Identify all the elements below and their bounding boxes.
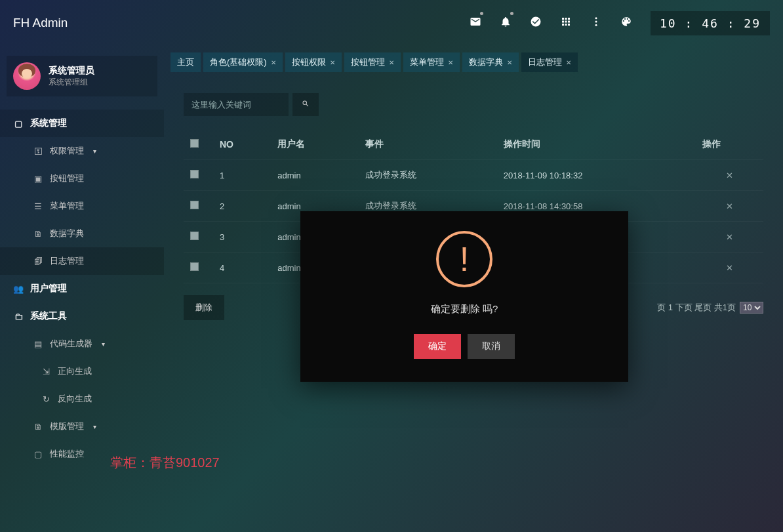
cancel-button[interactable]: 取消 — [468, 334, 515, 359]
row-checkbox[interactable] — [190, 232, 199, 240]
check-circle-icon[interactable] — [530, 16, 542, 31]
tab[interactable]: 日志管理✕ — [521, 52, 578, 72]
sidebar-item-buttons[interactable]: ▣ 按钮管理 — [0, 165, 164, 192]
search-input[interactable] — [184, 93, 289, 116]
apps-icon[interactable] — [560, 16, 572, 31]
chevron-down-icon: ▾ — [93, 423, 96, 430]
row-delete-icon[interactable]: ✕ — [726, 263, 733, 273]
monitor-icon: ▢ — [33, 449, 43, 459]
tab-label: 菜单管理 — [410, 56, 444, 68]
file-icon: 🗎 — [33, 422, 43, 432]
sidebar-item-templates[interactable]: 🗎 模版管理 ▾ — [0, 413, 164, 440]
confirm-button[interactable]: 确定 — [414, 334, 461, 359]
sidebar-label: 反向生成 — [58, 393, 92, 405]
tab-label: 角色(基础权限) — [210, 56, 267, 68]
close-icon[interactable]: ✕ — [566, 59, 571, 66]
palette-icon[interactable] — [620, 16, 632, 31]
key-icon: ⚿ — [33, 146, 43, 156]
close-icon[interactable]: ✕ — [507, 59, 512, 66]
sidebar-item-codegen[interactable]: ▤ 代码生成器 ▾ — [0, 330, 164, 358]
row-delete-icon[interactable]: ✕ — [726, 232, 733, 242]
pager-text[interactable]: 页 1 下页 尾页 共1页 — [657, 302, 736, 314]
tab[interactable]: 数据字典✕ — [462, 52, 519, 72]
sidebar-label: 系统工具 — [30, 310, 67, 322]
tab[interactable]: 菜单管理✕ — [403, 52, 460, 72]
sidebar-label: 权限管理 — [50, 145, 84, 157]
close-icon[interactable]: ✕ — [271, 59, 276, 66]
tab-label: 主页 — [177, 56, 194, 68]
checkbox-all[interactable] — [190, 139, 199, 148]
column-header: 操作 — [696, 129, 763, 160]
cell-no: 2 — [213, 191, 271, 222]
refresh-icon: ↻ — [41, 394, 51, 404]
row-delete-icon[interactable]: ✕ — [726, 171, 733, 180]
header-clock: 10 : 46 : 29 — [651, 11, 770, 35]
tab[interactable]: 主页 — [171, 52, 201, 72]
sidebar-label: 代码生成器 — [50, 338, 92, 350]
close-icon[interactable]: ✕ — [389, 59, 394, 66]
sidebar-label: 按钮管理 — [50, 173, 84, 184]
tab[interactable]: 按钮管理✕ — [344, 52, 401, 72]
page-size-select[interactable]: 10 — [740, 302, 763, 314]
laptop-icon: ▢ — [13, 119, 24, 129]
chevron-down-icon: ▾ — [93, 148, 96, 155]
tab-label: 按钮管理 — [351, 56, 385, 68]
cell-no: 4 — [213, 253, 271, 283]
chevron-down-icon: ▾ — [102, 340, 105, 348]
cell-user: admin — [271, 160, 358, 191]
list-icon: ☰ — [33, 201, 43, 211]
user-card[interactable]: 系统管理员 系统管理组 — [7, 56, 157, 96]
avatar — [13, 62, 41, 90]
column-header: 操作时间 — [497, 129, 696, 160]
tab-label: 日志管理 — [528, 56, 562, 68]
close-icon[interactable]: ✕ — [330, 59, 335, 66]
sidebar-label: 用户管理 — [30, 283, 67, 295]
cell-event: 成功登录系统 — [359, 160, 497, 191]
sidebar-label: 菜单管理 — [50, 200, 84, 212]
sidebar-item-permissions[interactable]: ⚿ 权限管理 ▾ — [0, 137, 164, 165]
sidebar-label: 性能监控 — [50, 448, 84, 460]
warning-icon: ! — [436, 231, 492, 287]
delete-button[interactable]: 删除 — [184, 295, 224, 320]
tab[interactable]: 角色(基础权限)✕ — [203, 52, 283, 72]
mail-icon[interactable] — [470, 16, 481, 31]
search-button[interactable] — [292, 93, 319, 116]
cell-no: 1 — [213, 160, 271, 191]
bell-icon[interactable] — [500, 16, 512, 31]
tab[interactable]: 按钮权限✕ — [285, 52, 342, 72]
sidebar-label: 正向生成 — [58, 365, 92, 377]
arrow-out-icon: ⇲ — [41, 367, 51, 377]
sidebar-label: 模版管理 — [50, 420, 84, 432]
tab-label: 数据字典 — [469, 56, 503, 68]
svg-point-2 — [595, 24, 597, 26]
row-delete-icon[interactable]: ✕ — [726, 201, 733, 211]
briefcase-icon: 🗀 — [13, 312, 24, 321]
sidebar-item-reverse[interactable]: ↻ 反向生成 — [0, 385, 164, 413]
sidebar-item-forward[interactable]: ⇲ 正向生成 — [0, 358, 164, 385]
column-header: 用户名 — [271, 129, 358, 160]
sidebar-section-system[interactable]: ▢ 系统管理 — [0, 110, 164, 137]
close-icon[interactable]: ✕ — [448, 59, 453, 66]
pager: 页 1 下页 尾页 共1页 10 — [657, 302, 763, 314]
row-checkbox[interactable] — [190, 170, 199, 178]
row-checkbox[interactable] — [190, 262, 199, 271]
column-header: 事件 — [359, 129, 497, 160]
user-group: 系统管理组 — [49, 77, 94, 88]
sidebar-label: 系统管理 — [30, 117, 67, 129]
column-header: NO — [213, 129, 271, 160]
svg-point-1 — [595, 20, 597, 22]
user-name: 系统管理员 — [49, 65, 94, 77]
sidebar-item-dict[interactable]: 🗎 数据字典 — [0, 220, 164, 247]
tab-label: 按钮权限 — [292, 56, 326, 68]
sidebar-item-menus[interactable]: ☰ 菜单管理 — [0, 192, 164, 220]
cell-time: 2018-11-09 10:18:32 — [497, 160, 696, 191]
more-vert-icon[interactable] — [590, 16, 602, 31]
sidebar-label: 日志管理 — [50, 255, 84, 267]
sidebar-section-users[interactable]: 👥 用户管理 — [0, 275, 164, 302]
modal-message: 确定要删除 吗? — [431, 303, 498, 316]
row-checkbox[interactable] — [190, 201, 199, 209]
sidebar-item-logs[interactable]: 🗐 日志管理 — [0, 247, 164, 275]
sidebar-section-tools[interactable]: 🗀 系统工具 — [0, 302, 164, 330]
square-icon: ▣ — [33, 174, 43, 184]
sidebar-label: 数据字典 — [50, 228, 84, 239]
